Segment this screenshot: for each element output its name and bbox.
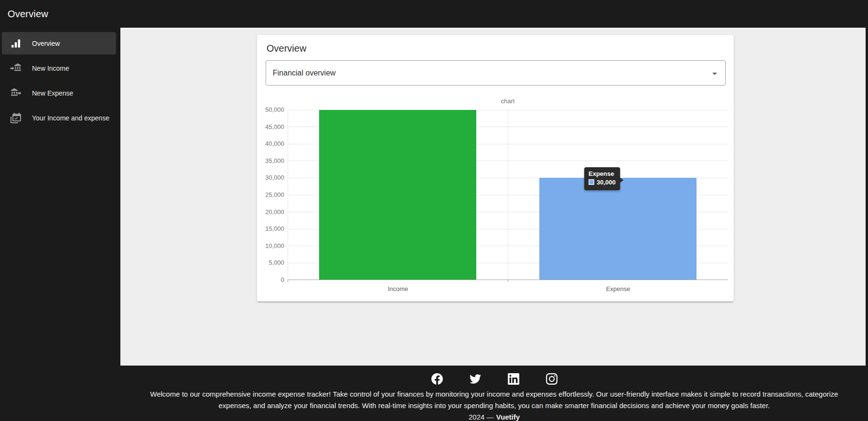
- x-axis-category-label: Income: [360, 285, 436, 292]
- sidebar: Overview New Income New Expense: [0, 28, 120, 421]
- expense-bar[interactable]: [539, 178, 697, 280]
- x-axis-category-label: Expense: [580, 285, 656, 292]
- linkedin-button[interactable]: [502, 369, 525, 389]
- sidebar-item-label: Your Income and expense: [32, 114, 109, 122]
- sidebar-item-your-income-and-expense[interactable]: Your Income and expense: [2, 107, 116, 129]
- facebook-icon: [431, 373, 443, 385]
- page-title: Overview: [8, 9, 48, 20]
- y-axis-tick-label: 20,000: [250, 209, 284, 216]
- linkedin-icon: [508, 373, 519, 385]
- y-axis-tick-label: 45,000: [250, 124, 284, 130]
- y-axis-tick-label: 40,000: [250, 140, 284, 147]
- y-axis-tick-label: 15,000: [250, 226, 284, 232]
- gridline-v: [508, 110, 508, 280]
- bank-arrow-in-icon: [10, 63, 21, 74]
- sidebar-item-new-income[interactable]: New Income: [2, 57, 116, 79]
- y-axis-tick-label: 30,000: [250, 174, 284, 181]
- overview-card: Overview Financial overview chart05,0001…: [257, 35, 734, 302]
- instagram-icon: [546, 373, 557, 385]
- tooltip-arrow: [620, 177, 623, 183]
- bank-arrow-out-icon: [10, 87, 21, 99]
- chart-title: chart: [288, 97, 728, 105]
- scrollbar[interactable]: [866, 28, 868, 366]
- sidebar-item-label: New Expense: [32, 89, 73, 97]
- facebook-button[interactable]: [426, 369, 449, 389]
- x-axis-baseline: [288, 280, 728, 280]
- footer: Welcome to our comprehensive income expe…: [0, 366, 868, 421]
- brand-name: Vuetify: [496, 413, 520, 421]
- footer-welcome-text-line-1: Welcome to our comprehensive income expe…: [120, 389, 868, 400]
- footer-content: Welcome to our comprehensive income expe…: [120, 366, 868, 421]
- y-axis-tick-label: 50,000: [250, 107, 284, 113]
- y-axis-tick-label: 0: [250, 277, 284, 283]
- chart: chart05,00010,00015,00020,00025,00030,00…: [257, 35, 734, 302]
- sidebar-item-overview[interactable]: Overview: [2, 32, 116, 54]
- gridline-v: [288, 110, 288, 280]
- tooltip-series-swatch: [589, 179, 594, 185]
- tooltip-value: 30,000: [597, 179, 616, 186]
- calendar-check-icon: [10, 112, 21, 124]
- bar-chart-icon: [10, 38, 21, 49]
- footer-welcome-text-line-2: expenses, and analyze your financial tre…: [120, 400, 868, 411]
- y-axis-tick-label: 10,000: [250, 243, 284, 249]
- social-links: [120, 366, 868, 389]
- sidebar-item-label: Overview: [32, 40, 60, 47]
- sidebar-item-label: New Income: [32, 65, 69, 72]
- tooltip-value-row: 30,000: [589, 178, 616, 187]
- twitter-button[interactable]: [464, 369, 487, 389]
- copyright: 2024 —Vuetify: [120, 411, 868, 421]
- y-axis-tick-label: 35,000: [250, 158, 284, 164]
- income-bar[interactable]: [319, 110, 476, 280]
- sidebar-item-new-expense[interactable]: New Expense: [2, 82, 116, 104]
- app-root: Overview Overview New Income: [0, 0, 868, 421]
- axis-tick-stub: [288, 280, 288, 282]
- chart-tooltip: Expense30,000: [584, 167, 620, 190]
- axis-tick-stub: [508, 280, 508, 282]
- main-content: Overview Financial overview chart05,0001…: [120, 28, 868, 366]
- copyright-year: 2024 —: [469, 413, 494, 421]
- twitter-icon: [470, 373, 481, 385]
- app-bar: Overview: [0, 0, 868, 28]
- instagram-button[interactable]: [540, 369, 563, 389]
- y-axis-tick-label: 5,000: [250, 259, 284, 266]
- y-axis-tick-label: 25,000: [250, 192, 284, 198]
- tooltip-series-name: Expense: [589, 170, 616, 178]
